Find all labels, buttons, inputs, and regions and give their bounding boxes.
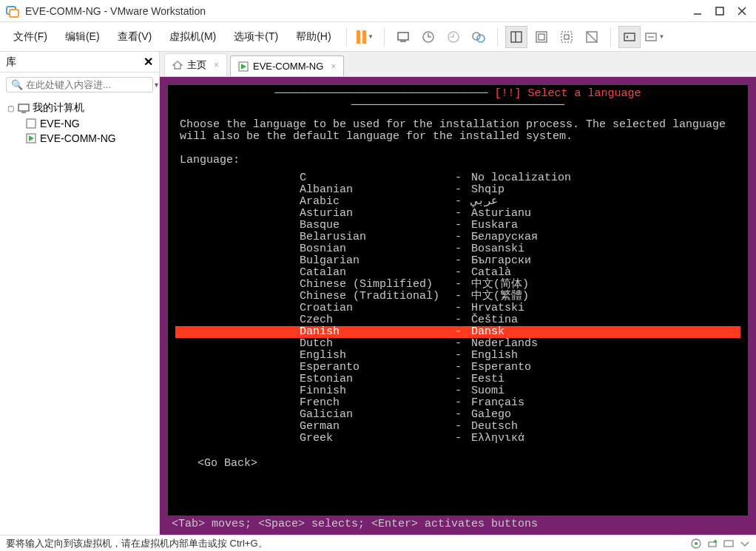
menu-edit[interactable]: 编辑(E) — [58, 27, 107, 47]
svg-marker-27 — [29, 135, 34, 141]
svg-point-32 — [695, 542, 698, 545]
search-input[interactable] — [26, 79, 150, 90]
language-option[interactable]: Albanian- Shqip — [175, 184, 740, 196]
language-option[interactable]: Basque- Euskara — [175, 220, 740, 231]
language-option[interactable]: Bosnian- Bosanski — [175, 243, 740, 255]
stretch-guest-button[interactable]: ▼ — [644, 26, 666, 48]
tree-item-label: EVE-NG — [40, 118, 80, 129]
installer-title: [!!] Select a language — [495, 87, 641, 100]
svg-rect-1 — [10, 10, 18, 17]
separator — [384, 27, 385, 47]
svg-rect-12 — [511, 32, 522, 42]
language-option[interactable]: Galician- Galego — [175, 409, 740, 421]
sidebar-search[interactable]: 🔍 ▼ — [6, 77, 153, 92]
tab-close-button[interactable]: × — [331, 61, 336, 72]
view-console-button[interactable] — [505, 26, 527, 48]
vm-console[interactable]: ──────────────────────────────── [!!] Se… — [167, 84, 749, 516]
library-sidebar: 库 ✕ 🔍 ▼ ▢ 我的计算机 EVE-NG — [0, 52, 160, 535]
language-option[interactable]: German- Deutsch — [175, 421, 740, 433]
tab-vm[interactable]: EVE-COMM-NG × — [230, 55, 344, 76]
language-option[interactable]: Czech- Čeština — [175, 314, 740, 326]
installer-prompt: Language: — [175, 143, 740, 166]
computer-icon — [18, 102, 30, 114]
language-option[interactable]: Finnish- Suomi — [175, 385, 740, 397]
tree-item-label: EVE-COMM-NG — [40, 132, 116, 144]
language-option[interactable]: Belarusian- Беларуская — [175, 231, 740, 243]
sidebar-title: 库 — [6, 55, 144, 69]
menu-tabs[interactable]: 选项卡(T) — [226, 27, 286, 47]
menu-file[interactable]: 文件(F) — [6, 27, 55, 47]
revert-snapshot-button[interactable] — [442, 26, 465, 48]
content-area: 主页 × EVE-COMM-NG × ─────────────────────… — [160, 52, 756, 535]
disk-icon[interactable] — [691, 538, 701, 549]
vm-running-icon — [238, 61, 249, 72]
svg-rect-6 — [398, 33, 408, 40]
snapshot-manager-button[interactable] — [468, 26, 490, 48]
tab-home-label: 主页 — [187, 58, 206, 72]
language-option[interactable]: Chinese (Simplified)- 中文(简体) — [175, 279, 740, 291]
app-icon — [6, 4, 19, 18]
collapse-icon: ▢ — [6, 104, 15, 112]
statusbar: 要将输入定向到该虚拟机，请在虚拟机内部单击或按 Ctrl+G。 — [0, 535, 756, 551]
language-option[interactable]: Chinese (Traditional)- 中文(繁體) — [175, 291, 740, 302]
language-option[interactable]: Dutch- Nederlands — [175, 338, 740, 350]
language-option[interactable]: French- Français — [175, 397, 740, 409]
chevron-down-icon[interactable]: ▼ — [153, 81, 160, 89]
tree-root-my-computer[interactable]: ▢ 我的计算机 — [4, 100, 155, 116]
window-title: EVE-COMM-NG - VMware Workstation — [25, 5, 692, 17]
go-back-button[interactable]: <Go Back> — [175, 458, 740, 470]
pause-button[interactable]: ▼ — [354, 26, 377, 48]
tab-vm-label: EVE-COMM-NG — [253, 61, 323, 72]
language-option[interactable]: Catalan- Català — [175, 267, 740, 279]
menu-view[interactable]: 查看(V) — [110, 27, 160, 47]
chevron-down-icon: ▼ — [659, 33, 665, 40]
view-seamless-button[interactable] — [581, 26, 603, 48]
svg-point-10 — [473, 33, 480, 40]
language-option[interactable]: C- No localization — [175, 172, 740, 184]
language-option[interactable]: Estonian- Eesti — [175, 373, 740, 385]
sidebar-close-button[interactable]: ✕ — [144, 55, 153, 69]
separator — [610, 27, 611, 47]
installer-title-bar: ──────────────────────────────── [!!] Se… — [175, 88, 740, 112]
svg-marker-28 — [173, 61, 182, 69]
tab-close-button[interactable]: × — [214, 60, 219, 70]
language-option[interactable]: Esperanto- Esperanto — [175, 362, 740, 373]
quick-switch-button[interactable] — [618, 26, 641, 48]
view-fullscreen-button[interactable] — [556, 26, 578, 48]
svg-rect-16 — [561, 32, 572, 42]
svg-rect-35 — [724, 541, 733, 547]
language-option[interactable]: Greek- Ελληνικά — [175, 433, 740, 444]
tab-home[interactable]: 主页 × — [164, 53, 227, 76]
tree-item-eve-ng[interactable]: EVE-NG — [4, 116, 155, 131]
snapshot-button[interactable] — [417, 26, 439, 48]
send-ctrl-alt-del-button[interactable] — [392, 26, 414, 48]
svg-rect-17 — [564, 35, 569, 39]
svg-rect-15 — [539, 34, 544, 40]
language-option[interactable]: Asturian- Asturianu — [175, 208, 740, 220]
language-list[interactable]: C- No localizationAlbanian- ShqipArabic-… — [175, 172, 740, 444]
window-minimize-button[interactable] — [692, 6, 703, 16]
more-icon[interactable] — [740, 538, 750, 549]
display-icon[interactable] — [723, 538, 734, 549]
language-option[interactable]: Bulgarian- Български — [175, 255, 740, 267]
search-icon: 🔍 — [11, 79, 23, 90]
network-icon[interactable] — [707, 538, 718, 549]
language-option[interactable]: English- English — [175, 350, 740, 362]
language-option[interactable]: Croatian- Hrvatski — [175, 302, 740, 314]
window-maximize-button[interactable] — [715, 6, 725, 16]
language-option[interactable]: Danish- Dansk — [175, 326, 740, 338]
pause-icon — [357, 30, 366, 44]
tab-strip: 主页 × EVE-COMM-NG × — [160, 52, 756, 77]
language-option[interactable]: Arabic- عربي — [175, 196, 740, 208]
window-close-button[interactable] — [737, 6, 747, 16]
menu-help[interactable]: 帮助(H) — [288, 27, 338, 47]
svg-line-19 — [587, 32, 597, 42]
chevron-down-icon: ▼ — [368, 33, 374, 40]
installer-hint: <Tab> moves; <Space> selects; <Enter> ac… — [167, 516, 749, 535]
view-unity-button[interactable] — [530, 26, 553, 48]
separator — [497, 27, 498, 47]
svg-point-11 — [477, 35, 485, 42]
tree-item-eve-comm-ng[interactable]: EVE-COMM-NG — [4, 131, 155, 146]
separator — [346, 27, 347, 47]
menu-vm[interactable]: 虚拟机(M) — [162, 27, 223, 47]
